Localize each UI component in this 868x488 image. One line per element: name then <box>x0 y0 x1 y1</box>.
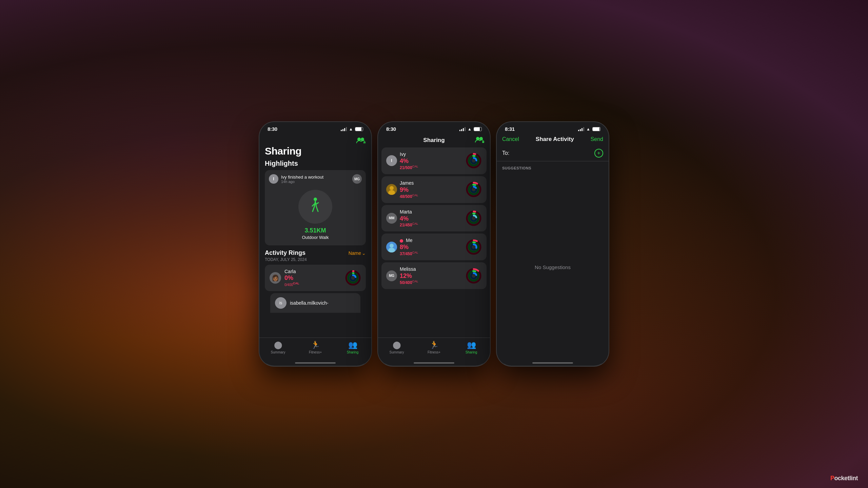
sharing-tab-icon-1: 👥 <box>348 341 357 349</box>
workout-circle <box>298 190 332 224</box>
tab-fitness-2[interactable]: 🏃 Fitness+ <box>415 341 453 354</box>
status-time-2: 8:30 <box>386 126 396 132</box>
wifi-icon-2: ▲ <box>468 127 472 131</box>
send-button[interactable]: Send <box>591 136 603 142</box>
me-stats: Me 8% 37/450CAL <box>400 238 418 256</box>
summary-tab-icon-1: ⬤ <box>274 341 282 349</box>
ivy-avatar-2: I <box>386 155 397 166</box>
sharing-card-ivy[interactable]: I Ivy 4% 21/500CAL <box>381 147 487 174</box>
share-activity-title: Share Activity <box>536 136 574 143</box>
melissa-rings <box>466 268 482 284</box>
sharing-card-james[interactable]: James 9% 48/500CAL <box>381 176 487 203</box>
james-rings <box>466 181 482 198</box>
battery-2 <box>474 127 482 131</box>
james-stats: James 9% 48/500CAL <box>400 180 418 199</box>
phone-3: 8:31 ▲ Cancel Share Activity Send To: <box>497 122 609 366</box>
add-recipient-button[interactable]: + <box>594 149 603 158</box>
tab-sharing-1[interactable]: 👥 Sharing <box>334 341 371 354</box>
cancel-button[interactable]: Cancel <box>502 136 519 142</box>
svg-point-37 <box>388 248 395 252</box>
tab-label-sharing-1: Sharing <box>347 350 358 354</box>
sharing-list: I Ivy 4% 21/500CAL <box>378 147 490 338</box>
share-manage-icon[interactable]: ⚙ <box>356 137 366 144</box>
activity-rings-section: Activity Rings Name ⌄ TODAY, JULY 25, 20… <box>259 245 371 314</box>
sharing-card-marta[interactable]: MM Marta 4% 21/450CAL <box>381 205 487 232</box>
tab-fitness-1[interactable]: 🏃 Fitness+ <box>297 341 334 354</box>
p2-header: Sharing <box>378 134 490 147</box>
highlight-time: 14h ago <box>281 180 323 184</box>
ivy-rings <box>466 152 482 169</box>
carla-avatar: 👩🏾 <box>270 272 281 284</box>
marta-rings <box>466 210 482 226</box>
tab-summary-1[interactable]: ⬤ Summary <box>259 341 297 354</box>
p1-header: ⚙ <box>259 134 371 145</box>
status-time-3: 8:31 <box>505 126 515 132</box>
workout-type: Outdoor Walk <box>302 235 329 240</box>
person-card-carla[interactable]: 👩🏾 Carla 0% 0/400CAL <box>265 265 366 291</box>
james-avatar <box>386 184 397 195</box>
status-bar-1: 8:30 ▲ <box>259 122 371 134</box>
p2-share-icon[interactable] <box>475 136 485 145</box>
isabella-avatar: is <box>275 297 287 309</box>
suggestions-label: SUGGESTIONS <box>497 161 609 172</box>
highlight-card[interactable]: I Ivy finished a workout 14h ago 💬 <box>265 170 366 245</box>
no-suggestions-message: No Suggestions <box>497 172 609 362</box>
phone1-content: ⚙ Sharing Highlights I Ivy finished a wo… <box>259 134 371 364</box>
pocketlint-watermark: Pocketlint <box>830 475 858 482</box>
status-icons-2: ▲ <box>459 127 482 131</box>
melissa-avatar: MG <box>386 270 397 281</box>
tab-summary-2[interactable]: ⬤ Summary <box>378 341 415 354</box>
phone2-content: Sharing I <box>378 134 490 364</box>
highlight-user-name: Ivy finished a workout <box>281 175 323 180</box>
svg-point-5 <box>314 198 317 201</box>
carla-stats: Carla 0% 0/400CAL <box>284 269 299 287</box>
tab-label-fitness-2: Fitness+ <box>428 350 440 354</box>
workout-distance: 3.51KM <box>304 227 326 234</box>
wifi-icon-1: ▲ <box>349 127 353 131</box>
activity-date: TODAY, JULY 25, 2024 <box>265 257 366 262</box>
highlights-section-title: Highlights <box>259 160 371 170</box>
summary-tab-icon-2: ⬤ <box>393 341 401 349</box>
to-field-row[interactable]: To: + <box>497 145 609 161</box>
sharing-list-title: Sharing <box>393 137 475 144</box>
ivy-stats: Ivy 4% 21/500CAL <box>400 151 418 170</box>
battery-1 <box>355 127 363 131</box>
tab-label-sharing-2: Sharing <box>466 350 477 354</box>
workout-visual: 3.51KM Outdoor Walk <box>269 186 362 241</box>
me-avatar <box>386 242 397 252</box>
signal-icon-1 <box>341 127 347 131</box>
isabella-name: isabella.milkovich- <box>290 300 329 306</box>
walk-figure-icon <box>307 197 324 217</box>
tab-label-summary-1: Summary <box>271 350 285 354</box>
share-activity-nav: Cancel Share Activity Send <box>497 134 609 145</box>
status-icons-1: ▲ <box>341 127 363 131</box>
svg-point-23 <box>388 190 395 195</box>
person-card-isabella[interactable]: is isabella.milkovich- <box>270 293 360 313</box>
svg-point-15 <box>482 141 484 143</box>
status-time-1: 8:30 <box>268 126 277 132</box>
sharing-title: Sharing <box>259 145 371 160</box>
status-bar-2: 8:30 ▲ <box>378 122 490 134</box>
me-rings <box>466 239 482 255</box>
battery-3 <box>592 127 600 131</box>
sharing-card-melissa[interactable]: MG Melissa 12% 50/400CAL <box>381 262 487 289</box>
tab-label-summary-2: Summary <box>390 350 404 354</box>
tab-bar-2: ⬤ Summary 🏃 Fitness+ 👥 Sharing <box>378 338 490 362</box>
phone-2: 8:30 ▲ Sharing <box>378 122 490 366</box>
marta-stats: Marta 4% 21/450CAL <box>400 209 418 228</box>
name-sort-btn[interactable]: Name ⌄ <box>349 250 366 256</box>
svg-point-22 <box>390 186 394 190</box>
activity-rings-title: Activity Rings <box>265 249 305 257</box>
status-icons-3: ▲ <box>578 127 600 131</box>
signal-icon-2 <box>459 127 466 131</box>
sharing-tab-icon-2: 👥 <box>467 341 476 349</box>
second-user-avatar: MG <box>352 174 362 184</box>
sharing-card-me[interactable]: Me 8% 37/450CAL <box>381 233 487 260</box>
marta-avatar: MM <box>386 213 397 224</box>
tab-sharing-2[interactable]: 👥 Sharing <box>453 341 490 354</box>
fitness-tab-icon-1: 🏃 <box>311 341 320 349</box>
status-bar-3: 8:31 ▲ <box>497 122 609 134</box>
melissa-stats: Melissa 12% 50/400CAL <box>400 266 418 285</box>
tab-label-fitness-1: Fitness+ <box>309 350 322 354</box>
carla-rings <box>345 270 361 286</box>
